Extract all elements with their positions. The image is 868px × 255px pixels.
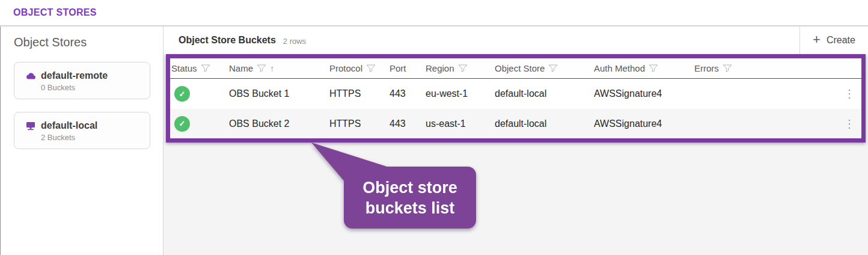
sort-ascending-icon[interactable]: ↑ xyxy=(270,63,275,73)
store-bucket-count: 2 Buckets xyxy=(41,133,140,142)
main-layout: Object Stores default-remote 0 Buckets d… xyxy=(0,26,868,255)
table-title: Object Store Buckets xyxy=(179,35,276,46)
column-header-region[interactable]: Region xyxy=(426,63,495,73)
filter-icon[interactable] xyxy=(458,64,468,72)
callout-box: Object store buckets list xyxy=(344,167,476,229)
column-header-status[interactable]: Status xyxy=(170,63,229,73)
row-actions-kebab-icon[interactable]: ⋮ xyxy=(837,120,861,128)
top-bar: OBJECT STORES xyxy=(0,0,868,26)
column-header-auth-method[interactable]: Auth Method xyxy=(594,63,694,73)
filter-icon[interactable] xyxy=(548,64,558,72)
main-panel: Object Store Buckets 2 rows + Create Sta… xyxy=(164,26,868,255)
column-header-protocol[interactable]: Protocol xyxy=(329,63,390,73)
callout-text: buckets list xyxy=(365,198,455,218)
store-name: default-local xyxy=(41,120,97,131)
table-header-row: Status Name ↑ Protocol Port Region xyxy=(170,58,861,79)
cloud-icon xyxy=(25,72,36,80)
filter-icon[interactable] xyxy=(649,64,658,72)
column-header-errors[interactable]: Errors xyxy=(694,63,837,73)
filter-icon[interactable] xyxy=(723,64,732,72)
annotated-table-highlight: Status Name ↑ Protocol Port Region xyxy=(166,54,866,143)
row-count-badge: 2 rows xyxy=(283,35,306,46)
filter-icon[interactable] xyxy=(257,64,266,72)
table-row[interactable]: ✓ OBS Bucket 1 HTTPS 443 eu-west-1 defau… xyxy=(170,79,861,109)
callout-tail xyxy=(308,140,398,188)
port-cell: 443 xyxy=(390,118,426,129)
auth-method-cell: AWSSignature4 xyxy=(594,118,694,129)
create-button[interactable]: + Create xyxy=(799,26,868,54)
status-cell: ✓ xyxy=(170,86,229,102)
name-cell: OBS Bucket 2 xyxy=(229,118,329,129)
region-cell: eu-west-1 xyxy=(426,88,495,99)
status-ok-icon: ✓ xyxy=(174,116,190,132)
status-ok-icon: ✓ xyxy=(174,86,190,102)
column-header-object-store[interactable]: Object Store xyxy=(495,63,594,73)
region-cell: us-east-1 xyxy=(426,118,495,129)
store-bucket-count: 0 Buckets xyxy=(41,83,140,92)
filter-icon[interactable] xyxy=(366,64,376,72)
row-actions-kebab-icon[interactable]: ⋮ xyxy=(837,90,861,98)
table-row[interactable]: ✓ OBS Bucket 2 HTTPS 443 us-east-1 defau… xyxy=(170,109,861,138)
port-cell: 443 xyxy=(390,88,426,99)
protocol-cell: HTTPS xyxy=(329,118,390,129)
callout-text: Object store xyxy=(362,177,457,198)
page-title: OBJECT STORES xyxy=(13,7,97,18)
plus-icon: + xyxy=(813,33,821,48)
store-card-default-remote[interactable]: default-remote 0 Buckets xyxy=(14,62,150,99)
sidebar-heading: Object Stores xyxy=(14,35,163,49)
store-card-default-local[interactable]: default-local 2 Buckets xyxy=(14,112,150,149)
monitor-icon xyxy=(25,121,36,131)
create-button-label: Create xyxy=(827,35,855,46)
table-toolbar: Object Store Buckets 2 rows + Create xyxy=(164,26,868,54)
column-header-name[interactable]: Name ↑ xyxy=(229,63,329,73)
sidebar: Object Stores default-remote 0 Buckets d… xyxy=(1,26,164,255)
object-store-cell: default-local xyxy=(495,118,594,129)
protocol-cell: HTTPS xyxy=(329,88,390,99)
object-store-cell: default-local xyxy=(495,88,594,99)
store-name: default-remote xyxy=(41,70,108,81)
name-cell: OBS Bucket 1 xyxy=(229,88,329,99)
auth-method-cell: AWSSignature4 xyxy=(594,88,694,99)
filter-icon[interactable] xyxy=(201,64,210,72)
status-cell: ✓ xyxy=(170,116,229,132)
column-header-port[interactable]: Port xyxy=(390,63,426,73)
